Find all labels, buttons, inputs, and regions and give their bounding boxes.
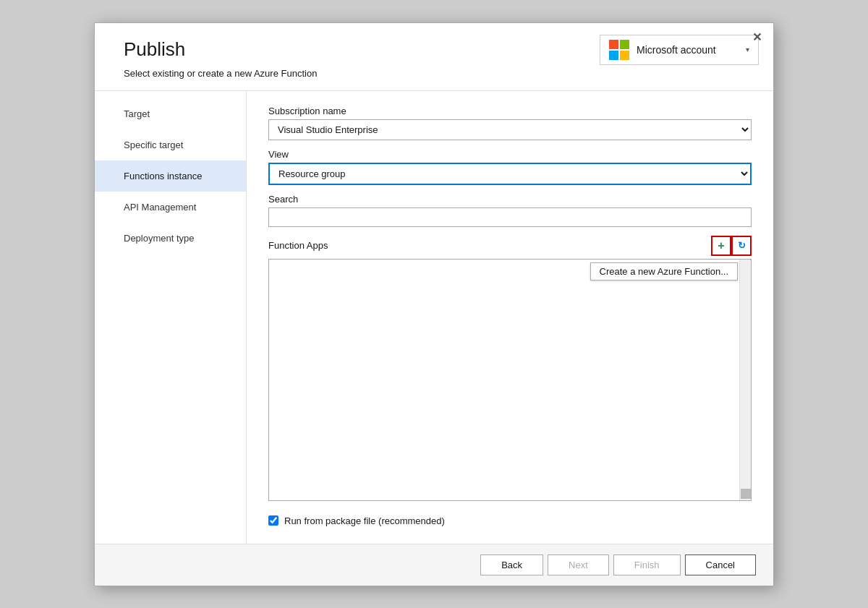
create-new-function-button[interactable]: Create a new Azure Function... [590,262,738,281]
scrollbar-thumb [741,489,751,499]
run-from-package-label[interactable]: Run from package file (recommended) [284,515,445,526]
next-button[interactable]: Next [548,555,609,575]
search-input[interactable] [268,207,752,227]
search-label: Search [268,194,752,205]
footer: Back Next Finish Cancel [95,544,773,586]
sidebar-item-deployment-type[interactable]: Deployment type [95,223,246,254]
logo-red [609,40,618,49]
dialog-body: Target Specific target Functions instanc… [95,90,773,544]
title-bar: Publish Microsoft account ▾ ✕ [95,23,773,65]
logo-yellow [620,51,629,60]
scrollbar-track[interactable] [739,260,751,500]
sidebar-item-functions-instance[interactable]: Functions instance [95,160,246,192]
account-name: Microsoft account [637,44,739,56]
logo-blue [609,51,618,60]
subscription-label: Subscription name [268,106,752,116]
function-apps-list [268,259,752,501]
cancel-button[interactable]: Cancel [685,555,756,575]
run-from-package-checkbox[interactable] [268,515,278,526]
logo-green [620,40,629,49]
back-button[interactable]: Back [480,555,543,575]
view-select[interactable]: Resource group [268,163,752,185]
add-function-button[interactable]: + [711,236,731,256]
view-field-group: View Resource group [268,149,752,185]
function-apps-label: Function Apps [268,240,328,251]
view-label: View [268,149,752,160]
sidebar-item-specific-target[interactable]: Specific target [95,129,246,160]
dialog-title-area: Publish [124,38,185,61]
dialog-subtitle: Select existing or create a new Azure Fu… [95,65,773,90]
refresh-button[interactable]: ↻ [731,236,752,256]
account-area[interactable]: Microsoft account ▾ [600,35,759,65]
function-apps-header: Function Apps + ↻ Create a new Azure Fun… [268,236,752,256]
function-apps-buttons: + ↻ Create a new Azure Function... [711,236,752,256]
main-content: Subscription name Visual Studio Enterpri… [247,91,773,544]
subscription-field-group: Subscription name Visual Studio Enterpri… [268,106,752,140]
search-field-group: Search [268,194,752,227]
sidebar-item-target[interactable]: Target [95,98,246,129]
subscription-select[interactable]: Visual Studio Enterprise [268,119,752,140]
publish-dialog: Publish Microsoft account ▾ ✕ Select exi… [94,22,774,586]
finish-button[interactable]: Finish [613,555,681,575]
dialog-title: Publish [124,38,185,61]
account-chevron-icon: ▾ [746,46,749,53]
create-new-popup: Create a new Azure Function... [750,259,752,260]
microsoft-logo [609,40,629,60]
sidebar-item-api-management[interactable]: API Management [95,192,246,223]
function-apps-section: Function Apps + ↻ Create a new Azure Fun… [268,236,752,501]
sidebar: Target Specific target Functions instanc… [95,91,247,544]
package-file-checkbox-row: Run from package file (recommended) [268,510,752,529]
close-button[interactable]: ✕ [752,32,762,43]
